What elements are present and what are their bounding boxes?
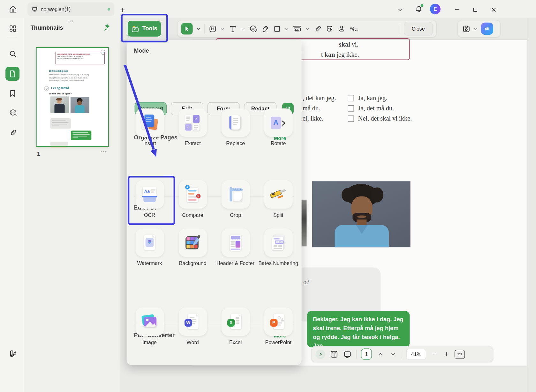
bookmarks-icon[interactable]: [8, 89, 17, 98]
answer-key-line1: skal vi.: [339, 41, 358, 48]
stamp-tool-button[interactable]: [337, 25, 346, 33]
tools-button[interactable]: Tools: [127, 20, 162, 37]
page-number-input[interactable]: 1: [361, 349, 372, 360]
close-window-button[interactable]: [489, 5, 498, 14]
answer-key-line2: t kan jeg ikke.: [321, 51, 359, 59]
zoom-level-display[interactable]: 41%: [406, 349, 426, 359]
thumb-answer-row: Kan du komme i morgen? □ Ja, det kan jeg…: [49, 74, 89, 76]
scrollbar-track[interactable]: [527, 18, 536, 392]
notifications-bell-icon[interactable]: [414, 4, 424, 14]
tile-label: OCR: [128, 212, 171, 218]
thumbnail-menu-dots[interactable]: ⋯: [101, 148, 107, 156]
tile-label: Watermark: [128, 260, 171, 266]
panel-overflow-dots[interactable]: ⋯: [67, 17, 74, 25]
chevron-down-icon[interactable]: [306, 27, 310, 31]
chevron-down-icon[interactable]: [395, 5, 405, 14]
hair: [371, 188, 383, 203]
tool-tile-replace[interactable]: Replace: [214, 108, 257, 146]
tool-tile-word[interactable]: W Word: [171, 307, 214, 345]
save-icon[interactable]: [462, 25, 471, 33]
word-convert-icon: W: [178, 307, 207, 336]
tile-label: Word: [171, 339, 214, 345]
heading-tool-button[interactable]: [208, 25, 217, 33]
app-window: skal vi. t kan jeg ikke. , det kan jeg. …: [0, 0, 536, 392]
color-swatch-icon[interactable]: [8, 348, 18, 358]
tile-label: PowerPoint: [257, 339, 299, 345]
tool-tile-split[interactable]: Split: [257, 180, 299, 218]
answer-key-line1-rest: vi.: [350, 41, 359, 48]
tool-tile-bates-numbering[interactable]: 000123 Bates Numbering: [257, 228, 299, 266]
compare-icon: + ✕: [178, 180, 207, 209]
tile-label: Background: [171, 260, 214, 266]
presentation-mode-button[interactable]: [343, 350, 352, 359]
toolbar-divider: [400, 24, 400, 33]
tool-tile-image[interactable]: Image: [128, 307, 171, 345]
sidebar-item-thumbnails[interactable]: [5, 67, 19, 81]
search-icon[interactable]: [8, 49, 17, 58]
text-tool-button[interactable]: [229, 25, 237, 33]
zoom-out-button[interactable]: −: [431, 350, 438, 359]
tool-tile-compare[interactable]: + ✕ Compare: [171, 180, 214, 218]
next-page-button[interactable]: [389, 351, 397, 357]
tool-tile-watermark[interactable]: Watermark: [128, 228, 171, 266]
comments-icon[interactable]: [8, 108, 18, 117]
document-tab[interactable]: norwegian(1): [27, 3, 114, 16]
answer-checkbox: [348, 115, 354, 122]
rotate-arrow: [281, 120, 286, 126]
tool-tile-powerpoint[interactable]: P PowerPoint: [257, 307, 299, 345]
comment-tool-button[interactable]: [249, 25, 257, 33]
attachments-icon[interactable]: [8, 128, 18, 137]
home-button[interactable]: [6, 3, 20, 16]
replace-pages-icon: [221, 108, 250, 137]
tool-tile-background[interactable]: Background: [171, 228, 214, 266]
maximize-button[interactable]: [470, 5, 480, 14]
sticker-tool-button[interactable]: [326, 25, 334, 33]
highlighter-tool-button[interactable]: [261, 25, 269, 33]
tool-tile-insert[interactable]: Insert: [128, 108, 171, 146]
close-tools-button[interactable]: Close: [404, 22, 433, 36]
tile-label: Insert: [128, 140, 171, 146]
green-chat-bubble: Beklager. Jeg kan ikke i dag. Jeg skal t…: [307, 311, 410, 348]
save-toolbar: [458, 20, 501, 37]
zoom-in-button[interactable]: +: [442, 350, 450, 359]
attachment-tool-button[interactable]: [313, 25, 322, 33]
thumb-heading: VI GJENTAR OFTE MODALVERB I SVAR: [57, 53, 103, 55]
cursor-icon: [184, 25, 190, 32]
tool-tile-ocr[interactable]: Aa OCR: [128, 180, 171, 218]
tulip-glyph: [147, 239, 152, 245]
eyedropper-glyph: [192, 234, 201, 246]
word-badge: W: [185, 319, 192, 327]
thumb-exercise18: 18 Finn riktig svar: [49, 70, 68, 72]
previous-page-button[interactable]: [376, 351, 384, 357]
page-layout-button[interactable]: [330, 350, 339, 359]
chevron-down-icon[interactable]: [474, 27, 478, 31]
chevron-down-icon[interactable]: [285, 27, 289, 31]
shape-tool-button[interactable]: [273, 25, 281, 33]
sidebar-divider: [8, 38, 18, 38]
split-icon: [264, 180, 292, 209]
select-tool-button[interactable]: [181, 23, 193, 34]
actual-size-button[interactable]: 1:1: [455, 350, 465, 359]
excel-badge: X: [227, 319, 235, 327]
new-tab-button[interactable]: +: [118, 5, 127, 14]
chevron-down-icon[interactable]: [241, 27, 245, 31]
page-thumbnail[interactable]: 1 VI GJENTAR OFTE MODALVERB I SVAR Skal …: [36, 47, 109, 147]
chevron-down-icon[interactable]: [196, 27, 200, 31]
tool-tile-crop[interactable]: Crop: [214, 180, 257, 218]
signature-tool-button[interactable]: [350, 25, 359, 33]
minimize-button[interactable]: [452, 5, 462, 14]
avatar[interactable]: E: [430, 4, 441, 14]
tool-tile-excel[interactable]: X Excel: [214, 307, 257, 345]
expand-toolbar-button[interactable]: [316, 349, 325, 359]
tool-tile-rotate[interactable]: A Rotate: [257, 108, 299, 146]
measure-tool-button[interactable]: [293, 24, 302, 33]
tool-tile-header-footer[interactable]: Header & Footer: [214, 228, 257, 266]
grid-view-icon[interactable]: [8, 24, 17, 33]
answer-checkbox: [348, 105, 354, 111]
pin-icon[interactable]: [102, 23, 111, 32]
thumb-heading-row: Kan du engelsk? Nei, det kan jeg ikke.: [57, 58, 103, 59]
ai-assistant-button[interactable]: [481, 23, 493, 35]
tool-tile-extract[interactable]: ✓ ✓ Extract: [171, 108, 214, 146]
chevron-down-icon[interactable]: [221, 27, 225, 31]
ocr-sample-text: Aa: [144, 189, 150, 194]
